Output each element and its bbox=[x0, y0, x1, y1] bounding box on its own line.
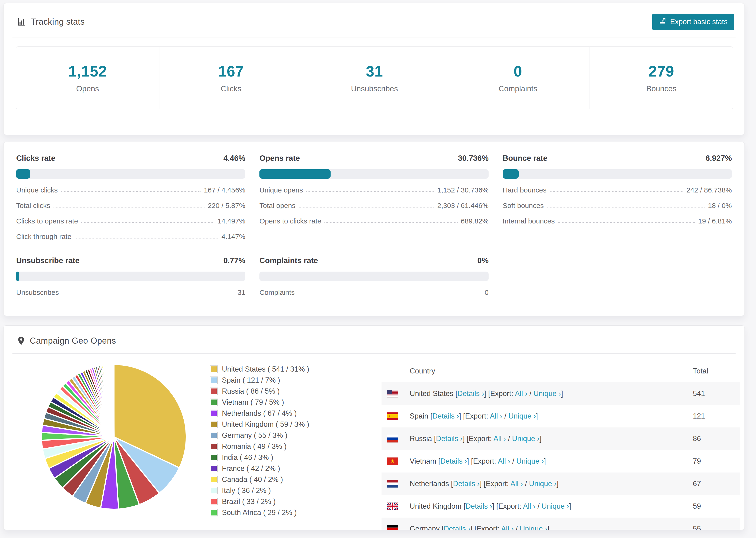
legend-label: Italy ( 36 / 2% ) bbox=[222, 486, 271, 495]
country-name: Germany bbox=[410, 525, 440, 530]
export-all-link[interactable]: All › bbox=[501, 525, 513, 530]
legend-item: India ( 46 / 3% ) bbox=[210, 453, 382, 462]
legend-swatch bbox=[210, 388, 218, 395]
geo-table-row-ru: Russia [Details ›] [Export: All › / Uniq… bbox=[382, 427, 740, 450]
tracking-stats-card: Tracking stats Export basic stats 1,152 … bbox=[3, 3, 745, 135]
export-all-link[interactable]: All › bbox=[490, 412, 502, 420]
stat-box-opens: 1,152 Opens bbox=[16, 47, 159, 109]
metric-row-label: Clicks to opens rate bbox=[16, 217, 78, 225]
metric-row: Unsubscribes 31 bbox=[16, 289, 245, 296]
dotted-leader bbox=[61, 191, 200, 192]
details-link[interactable]: Details › bbox=[436, 435, 463, 443]
export-all-link[interactable]: All › bbox=[511, 480, 523, 488]
metric-row: Clicks to opens rate 14.497% bbox=[16, 217, 245, 225]
metric-row: Total opens 2,303 / 61.446% bbox=[259, 202, 489, 210]
export-unique-link[interactable]: Unique › bbox=[520, 525, 547, 530]
geo-table-row-vn: Vietnam [Details ›] [Export: All › / Uni… bbox=[382, 450, 740, 472]
metric-row-label: Internal bounces bbox=[503, 217, 555, 225]
details-link[interactable]: Details › bbox=[440, 457, 467, 465]
legend-label: Vietnam ( 79 / 5% ) bbox=[222, 398, 284, 406]
export-all-link[interactable]: All › bbox=[515, 389, 527, 398]
country-name: United States bbox=[410, 389, 453, 398]
geo-table-row-gb: United Kingdom [Details ›] [Export: All … bbox=[382, 495, 740, 517]
export-button-label: Export basic stats bbox=[670, 18, 728, 26]
metric-row-value: 242 / 86.738% bbox=[686, 186, 732, 194]
metric-row-value: 1,152 / 30.736% bbox=[437, 186, 489, 194]
column-header-country: Country bbox=[382, 367, 693, 375]
page-title: Tracking stats bbox=[31, 17, 85, 27]
metric-row-value: 689.82% bbox=[461, 217, 489, 225]
country-name: Spain bbox=[410, 412, 428, 420]
country-cell: United States [Details ›] [Export: All ›… bbox=[398, 389, 693, 398]
export-all-link[interactable]: All › bbox=[498, 457, 510, 465]
details-link[interactable]: Details › bbox=[444, 525, 470, 530]
metric-title: Complaints rate bbox=[259, 256, 318, 265]
legend-swatch bbox=[210, 399, 218, 406]
tracking-stats-header: Tracking stats Export basic stats bbox=[4, 3, 744, 37]
progress-fill bbox=[16, 272, 19, 281]
total-cell: 79 bbox=[693, 457, 740, 465]
metric-title: Clicks rate bbox=[16, 154, 55, 163]
metric-row-value: 18 / 0% bbox=[708, 202, 732, 210]
details-link[interactable]: Details › bbox=[465, 502, 492, 510]
total-cell: 86 bbox=[693, 435, 740, 443]
export-basic-stats-button[interactable]: Export basic stats bbox=[652, 14, 734, 30]
metric-row-value: 4.147% bbox=[221, 233, 245, 241]
country-name: United Kingdom bbox=[410, 502, 461, 510]
geo-table-row-nl: Netherlands [Details ›] [Export: All › /… bbox=[382, 472, 740, 495]
geo-table-row-us: United States [Details ›] [Export: All ›… bbox=[382, 382, 740, 405]
stat-label: Unsubscribes bbox=[351, 84, 398, 93]
metric-bounce-rate: Bounce rate 6.927% Hard bounces 242 / 86… bbox=[503, 154, 732, 241]
legend-label: Canada ( 40 / 2% ) bbox=[222, 475, 283, 484]
legend-label: Netherlands ( 67 / 4% ) bbox=[222, 409, 297, 418]
page: Tracking stats Export basic stats 1,152 … bbox=[0, 0, 756, 538]
geo-table-row-es: Spain [Details ›] [Export: All › / Uniqu… bbox=[382, 405, 740, 427]
pie-slice bbox=[114, 364, 114, 437]
geo-legend: United States ( 541 / 31% ) Spain ( 121 … bbox=[210, 360, 382, 530]
export-unique-link[interactable]: Unique › bbox=[533, 389, 561, 398]
stat-value: 0 bbox=[514, 63, 522, 80]
metric-title: Unsubscribe rate bbox=[16, 256, 80, 265]
stat-label: Complaints bbox=[499, 84, 537, 93]
metric-row-label: Hard bounces bbox=[503, 186, 547, 194]
details-link[interactable]: Details › bbox=[432, 412, 459, 420]
dotted-leader bbox=[306, 191, 434, 192]
progress-bar bbox=[259, 169, 489, 179]
metric-clicks-rate: Clicks rate 4.46% Unique clicks 167 / 4.… bbox=[16, 154, 245, 241]
metric-value: 6.927% bbox=[706, 154, 732, 163]
country-cell: United Kingdom [Details ›] [Export: All … bbox=[398, 502, 693, 511]
metric-row-label: Unique clicks bbox=[16, 186, 58, 194]
metric-row: Unique opens 1,152 / 30.736% bbox=[259, 186, 489, 194]
stat-value: 279 bbox=[648, 63, 674, 80]
progress-bar bbox=[259, 272, 489, 281]
export-unique-link[interactable]: Unique › bbox=[512, 435, 540, 443]
details-link[interactable]: Details › bbox=[458, 389, 484, 398]
header-divider bbox=[13, 37, 735, 38]
metric-unsubscribe-rate: Unsubscribe rate 0.77% Unsubscribes 31 bbox=[16, 256, 245, 296]
es-flag-icon bbox=[387, 412, 398, 420]
country-cell: Germany [Details ›] [Export: All › / Uni… bbox=[398, 525, 693, 530]
metric-row-label: Opens to clicks rate bbox=[259, 217, 321, 225]
country-name: Russia bbox=[410, 435, 432, 443]
stat-value: 1,152 bbox=[68, 63, 107, 80]
metric-row: Unique clicks 167 / 4.456% bbox=[16, 186, 245, 194]
export-unique-link[interactable]: Unique › bbox=[529, 480, 557, 488]
export-all-link[interactable]: All › bbox=[494, 435, 506, 443]
metric-row-label: Total opens bbox=[259, 202, 296, 210]
details-link[interactable]: Details › bbox=[453, 480, 480, 488]
legend-swatch bbox=[210, 509, 218, 516]
export-unique-link[interactable]: Unique › bbox=[508, 412, 536, 420]
export-unique-link[interactable]: Unique › bbox=[516, 457, 544, 465]
export-all-link[interactable]: All › bbox=[523, 502, 535, 510]
legend-swatch bbox=[210, 409, 218, 417]
progress-fill bbox=[16, 169, 30, 179]
country-cell: Spain [Details ›] [Export: All › / Uniqu… bbox=[398, 412, 693, 420]
legend-swatch bbox=[210, 454, 218, 461]
metric-row-value: 2,303 / 61.446% bbox=[437, 202, 489, 210]
export-unique-link[interactable]: Unique › bbox=[542, 502, 569, 510]
legend-swatch bbox=[210, 476, 218, 483]
metric-row-value: 19 / 6.81% bbox=[698, 217, 732, 225]
metric-row-label: Unique opens bbox=[259, 186, 303, 194]
stat-box-complaints: 0 Complaints bbox=[446, 47, 590, 109]
dotted-leader bbox=[298, 207, 434, 207]
